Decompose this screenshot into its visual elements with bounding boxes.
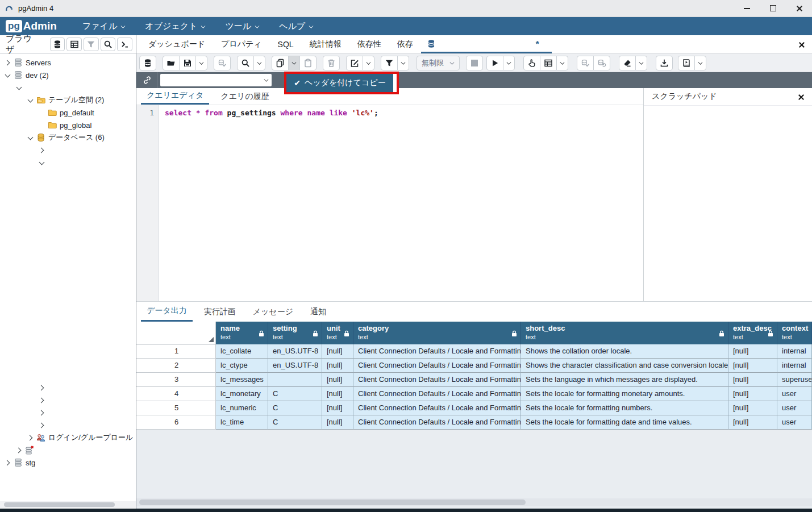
- tab-query-history[interactable]: クエリの履歴: [215, 88, 274, 105]
- sql-code-line[interactable]: select * from pg_settings where name lik…: [159, 105, 378, 301]
- tab-explain[interactable]: 実行計画: [198, 302, 241, 322]
- chevron-right-icon[interactable]: [28, 435, 33, 440]
- filter-button[interactable]: [381, 56, 398, 70]
- grid-column-header-unit[interactable]: unittext: [322, 322, 353, 344]
- grid-column-header-short_desc[interactable]: short_desctext: [521, 322, 728, 344]
- tab-query-editor[interactable]: クエリエディタ: [141, 88, 209, 105]
- clear-button[interactable]: [619, 56, 636, 70]
- tab-dashboard[interactable]: ダッシュボード: [140, 35, 213, 53]
- tree-item-db-child-4[interactable]: [0, 394, 136, 406]
- tree-item-disconnected-db[interactable]: [0, 444, 136, 456]
- grid-cell-extra_desc[interactable]: [null]: [728, 344, 777, 359]
- tab-notifications[interactable]: 通知: [305, 302, 332, 322]
- save-options-chevron[interactable]: [195, 56, 207, 70]
- results-horizontal-scrollbar[interactable]: [136, 498, 812, 506]
- chevron-right-icon[interactable]: [39, 423, 44, 428]
- filter-options-chevron[interactable]: [397, 56, 409, 70]
- menu-object[interactable]: オブジェクト: [145, 21, 206, 32]
- scratchpad-textarea[interactable]: [644, 105, 812, 301]
- browser-view-data-button[interactable]: [66, 38, 82, 51]
- tree-expander[interactable]: [26, 98, 34, 103]
- scrollbar-thumb[interactable]: [139, 499, 526, 505]
- chevron-right-icon[interactable]: [16, 448, 22, 453]
- copy-with-headers-menu-item[interactable]: ✔ ヘッダを付けてコピー: [286, 74, 393, 92]
- tree-expander[interactable]: [3, 460, 11, 465]
- chevron-right-icon[interactable]: [39, 148, 44, 153]
- grid-cell-context[interactable]: user: [777, 387, 812, 401]
- grid-cell-setting[interactable]: C: [268, 401, 322, 415]
- explain-options-chevron[interactable]: [556, 56, 568, 70]
- new-query-tool-button[interactable]: [139, 56, 156, 70]
- grid-cell-short_desc[interactable]: Sets the locale for formatting monetary …: [521, 387, 728, 401]
- scratchpad-close-icon[interactable]: [798, 94, 804, 100]
- edit-button[interactable]: [346, 56, 363, 70]
- grid-column-header-setting[interactable]: settingtext: [268, 322, 322, 344]
- tree-expander[interactable]: [38, 410, 45, 415]
- grid-cell-name[interactable]: lc_collate: [216, 344, 268, 359]
- tab-sql[interactable]: SQL: [270, 35, 302, 53]
- tree-item-db-child-1[interactable]: [0, 144, 136, 156]
- grid-cell-category[interactable]: Client Connection Defaults / Locale and …: [353, 373, 521, 387]
- minimize-button[interactable]: [734, 0, 760, 16]
- grid-cell-extra_desc[interactable]: [null]: [728, 387, 777, 401]
- row-number-cell[interactable]: 6: [136, 415, 216, 430]
- select-all-triangle-icon[interactable]: [209, 337, 214, 342]
- tree-expander[interactable]: [38, 398, 45, 403]
- browser-query-tool-button[interactable]: [50, 38, 65, 51]
- row-limit-select[interactable]: 無制限: [417, 56, 460, 70]
- tab-close-button[interactable]: [791, 35, 812, 53]
- grid-cell-unit[interactable]: [null]: [322, 359, 353, 373]
- chevron-down-icon[interactable]: [5, 73, 10, 78]
- grid-cell-name[interactable]: lc_ctype: [216, 359, 268, 373]
- tree-item-servers[interactable]: Servers: [0, 56, 136, 69]
- explain-analyze-button[interactable]: [540, 56, 557, 70]
- browser-search-button[interactable]: [101, 38, 116, 51]
- browser-psql-button[interactable]: [117, 38, 132, 51]
- chevron-right-icon[interactable]: [5, 460, 10, 465]
- chevron-right-icon[interactable]: [5, 60, 10, 65]
- grid-cell-short_desc[interactable]: Sets the locale for formatting date and …: [521, 415, 728, 430]
- tree-item-db-child-2[interactable]: [0, 156, 136, 169]
- find-button[interactable]: [237, 56, 254, 70]
- grid-cell-category[interactable]: Client Connection Defaults / Locale and …: [353, 359, 521, 373]
- row-number-cell[interactable]: 1: [136, 344, 216, 359]
- chevron-down-icon[interactable]: [28, 135, 33, 140]
- paste-button[interactable]: [299, 56, 317, 70]
- clear-options-chevron[interactable]: [635, 56, 647, 70]
- close-button[interactable]: [786, 0, 812, 16]
- grid-cell-extra_desc[interactable]: [null]: [728, 415, 777, 430]
- grid-cell-unit[interactable]: [null]: [322, 373, 353, 387]
- tree-expander[interactable]: [38, 423, 45, 428]
- sidebar-horizontal-scrollbar[interactable]: [0, 501, 136, 508]
- copy-options-chevron[interactable]: [288, 56, 300, 70]
- macro-options-chevron[interactable]: [694, 56, 706, 70]
- tree-item-dev[interactable]: dev (2): [0, 69, 136, 81]
- grid-cell-context[interactable]: superuser: [777, 373, 812, 387]
- chevron-right-icon[interactable]: [39, 398, 44, 403]
- grid-column-header-category[interactable]: categorytext: [353, 322, 521, 344]
- tab-query-tool[interactable]: *: [421, 35, 552, 53]
- tree-item-db-child-3[interactable]: [0, 381, 136, 394]
- grid-column-header-name[interactable]: nametext: [216, 322, 268, 344]
- grid-cell-category[interactable]: Client Connection Defaults / Locale and …: [353, 344, 521, 359]
- grid-cell-unit[interactable]: [null]: [322, 387, 353, 401]
- grid-cell-setting[interactable]: C: [268, 415, 322, 430]
- delete-button[interactable]: [323, 56, 340, 70]
- tab-messages[interactable]: メッセージ: [247, 302, 299, 322]
- grid-cell-short_desc[interactable]: Shows the collation order locale.: [521, 344, 728, 359]
- grid-cell-context[interactable]: user: [777, 415, 812, 430]
- grid-cell-unit[interactable]: [null]: [322, 401, 353, 415]
- grid-cell-context[interactable]: user: [777, 401, 812, 415]
- tree-item-db-child-6[interactable]: [0, 419, 136, 431]
- grid-cell-setting[interactable]: [268, 373, 322, 387]
- tab-statistics[interactable]: 統計情報: [302, 35, 349, 53]
- row-number-cell[interactable]: 2: [136, 359, 216, 373]
- tree-expander[interactable]: [38, 385, 45, 390]
- tree-item-databases[interactable]: データベース (6): [0, 131, 136, 144]
- tree-item-login-group-roles[interactable]: ログイン/グループロール: [0, 431, 136, 444]
- menu-file[interactable]: ファイル: [82, 21, 126, 32]
- tree-expander[interactable]: [3, 73, 11, 78]
- chevron-down-icon[interactable]: [16, 85, 22, 90]
- grid-cell-context[interactable]: internal: [777, 344, 812, 359]
- row-number-cell[interactable]: 5: [136, 401, 216, 415]
